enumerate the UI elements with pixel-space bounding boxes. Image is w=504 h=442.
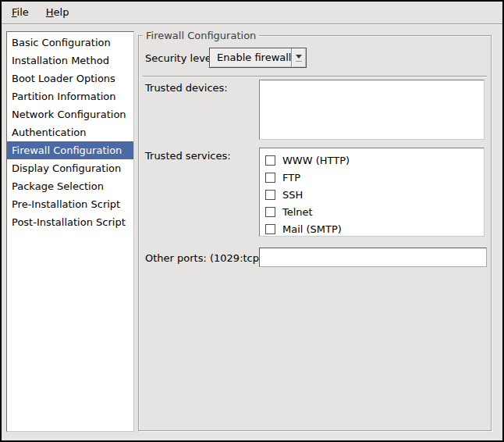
sidebar-item-network-configuration[interactable]: Network Configuration — [7, 105, 133, 123]
sidebar-item-installation-method[interactable]: Installation Method — [7, 52, 133, 70]
checkbox-telnet[interactable] — [265, 207, 275, 217]
checkbox-mail-smtp[interactable] — [265, 224, 275, 234]
service-label: WWW (HTTP) — [282, 155, 350, 166]
trusted-devices-list[interactable] — [259, 80, 484, 140]
chevron-down-icon — [296, 55, 302, 59]
menu-help-label: elp — [54, 6, 69, 18]
service-row-telnet[interactable]: Telnet — [260, 203, 484, 220]
sidebar-item-boot-loader-options[interactable]: Boot Loader Options — [7, 70, 133, 87]
sidebar-item-basic-configuration[interactable]: Basic Configuration — [7, 34, 133, 52]
service-label: Mail (SMTP) — [282, 223, 342, 235]
service-row-ssh[interactable]: SSH — [260, 186, 484, 203]
service-row-ftp[interactable]: FTP — [260, 169, 484, 186]
sidebar-item-display-configuration[interactable]: Display Configuration — [7, 159, 133, 177]
sidebar-item-authentication[interactable]: Authentication — [7, 123, 133, 141]
trusted-services-label: Trusted services: — [145, 149, 231, 162]
section-list: Basic Configuration Installation Method … — [6, 31, 134, 432]
security-level-combobox[interactable]: Enable firewall — [209, 48, 307, 68]
menubar: File Help — [2, 2, 502, 24]
frame-title: Firewall Configuration — [143, 29, 259, 42]
menu-help-mnemonic: H — [46, 6, 54, 18]
service-label: SSH — [282, 189, 303, 201]
menu-file[interactable]: File — [3, 2, 37, 23]
service-row-mail-smtp[interactable]: Mail (SMTP) — [260, 220, 484, 237]
sidebar-item-partition-information[interactable]: Partition Information — [7, 87, 133, 105]
section-separator — [143, 76, 487, 77]
trusted-devices-label: Trusted devices: — [145, 81, 228, 94]
menu-help[interactable]: Help — [37, 2, 78, 23]
checkbox-www-http[interactable] — [265, 155, 275, 166]
firewall-configuration-frame: Firewall Configuration Security level: E… — [138, 35, 492, 431]
checkbox-ssh[interactable] — [265, 190, 275, 200]
other-ports-input[interactable] — [259, 248, 487, 267]
combobox-arrow-button[interactable] — [291, 48, 306, 67]
sidebar-item-package-selection[interactable]: Package Selection — [7, 177, 133, 195]
trusted-services-list: WWW (HTTP) FTP SSH Telnet Mail (SMTP) — [259, 148, 484, 237]
security-level-value: Enable firewall — [210, 48, 291, 67]
kickstart-configurator-window: File Help Basic Configuration Installati… — [0, 0, 504, 442]
checkbox-ftp[interactable] — [265, 173, 275, 183]
chevron-underline-icon — [296, 61, 302, 62]
service-row-www-http[interactable]: WWW (HTTP) — [260, 151, 484, 169]
menu-file-label: ile — [17, 6, 29, 18]
security-level-label: Security level: — [145, 52, 218, 65]
service-label: FTP — [282, 172, 300, 184]
sidebar-item-post-installation-script[interactable]: Post-Installation Script — [7, 213, 133, 231]
service-label: Telnet — [282, 206, 313, 218]
sidebar-item-firewall-configuration[interactable]: Firewall Configuration — [7, 141, 133, 159]
sidebar-item-pre-installation-script[interactable]: Pre-Installation Script — [7, 195, 133, 213]
other-ports-label: Other ports: (1029:tcp) — [145, 251, 263, 265]
